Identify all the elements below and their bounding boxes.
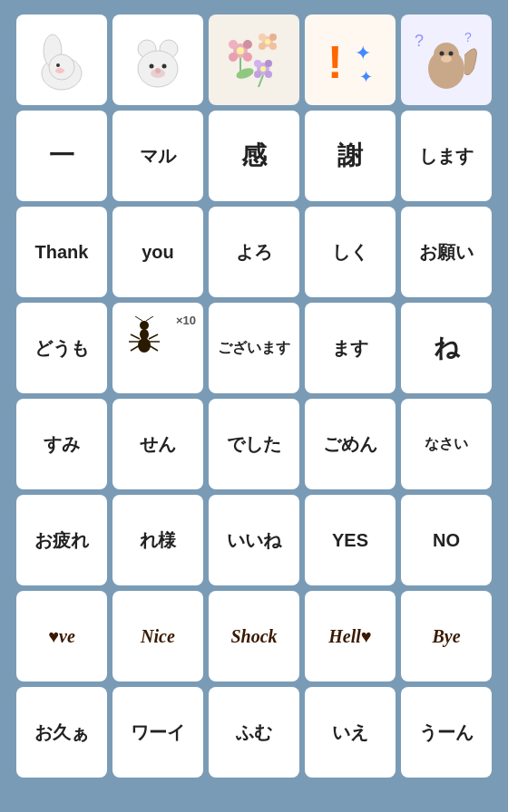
cell-onegai[interactable]: お願い — [401, 207, 492, 297]
svg-point-25 — [254, 60, 261, 67]
cell-deshita[interactable]: でした — [209, 399, 299, 489]
svg-point-45 — [140, 321, 149, 330]
svg-line-52 — [135, 316, 142, 321]
svg-point-2 — [49, 54, 74, 80]
cell-iine[interactable]: いいね — [209, 495, 299, 585]
svg-point-22 — [269, 43, 277, 50]
text-label: お久ぁ — [34, 722, 89, 742]
cell-you[interactable]: you — [112, 207, 203, 297]
svg-text:✦: ✦ — [359, 68, 373, 86]
cell-ne[interactable]: ね — [401, 303, 492, 393]
cell-yes[interactable]: YES — [305, 495, 396, 585]
svg-point-11 — [155, 68, 161, 73]
svg-point-20 — [269, 34, 277, 41]
cell-ant[interactable]: ×10 — [112, 303, 203, 393]
svg-point-39 — [449, 52, 454, 56]
text-label: せん — [140, 434, 176, 454]
text-label: NO — [433, 530, 460, 550]
cell-yo[interactable]: よろ — [209, 207, 299, 297]
cell-wai[interactable]: ワーイ — [112, 687, 203, 778]
text-label: 感 — [241, 142, 267, 170]
text-label: Nice — [141, 626, 175, 646]
text-label: よろ — [236, 242, 272, 262]
text-label: 謝 — [337, 142, 363, 170]
text-label: 一 — [49, 142, 74, 170]
cell-masu[interactable]: ます — [305, 303, 396, 393]
svg-point-38 — [440, 52, 444, 56]
text-label: Thank — [35, 242, 89, 262]
cell-ie[interactable]: いえ — [305, 687, 396, 778]
cell-nice[interactable]: Nice — [112, 591, 203, 682]
cell-gozai[interactable]: ございます — [209, 303, 299, 393]
svg-point-9 — [162, 64, 167, 69]
text-label: れ様 — [140, 530, 176, 550]
cell-nasai[interactable]: なさい — [401, 399, 492, 489]
text-label: Hell♥ — [328, 626, 371, 646]
text-label: でした — [227, 434, 281, 454]
emoji-grid: ! ✦ ✦ ? ? 一 マル 感 謝 します — [11, 9, 497, 783]
cell-question[interactable]: ? ? — [401, 14, 492, 105]
cell-shimasu[interactable]: します — [401, 111, 492, 201]
cell-fumu[interactable]: ふむ — [209, 687, 299, 778]
cell-thank[interactable]: Thank — [16, 207, 107, 297]
svg-text:?: ? — [415, 32, 424, 50]
svg-point-15 — [229, 53, 238, 62]
svg-point-26 — [265, 60, 272, 67]
cell-doumo[interactable]: どうも — [16, 303, 107, 393]
text-label: ワーイ — [131, 722, 185, 742]
cell-bye[interactable]: Bye — [401, 591, 492, 682]
text-label: すみ — [44, 434, 80, 454]
text-label: Shock — [230, 626, 277, 646]
text-label: マル — [140, 146, 176, 166]
svg-point-21 — [259, 43, 266, 50]
text-label: いいね — [227, 530, 281, 550]
text-label: します — [419, 146, 474, 166]
svg-point-44 — [138, 338, 151, 353]
svg-line-48 — [131, 345, 140, 351]
cell-gomen[interactable]: ごめん — [305, 399, 396, 489]
cell-ohisa[interactable]: お久ぁ — [16, 687, 107, 778]
cell-exclamation[interactable]: ! ✦ ✦ — [305, 14, 396, 105]
text-label: ごめん — [323, 434, 377, 454]
cell-rabbit[interactable] — [16, 14, 107, 105]
svg-point-16 — [243, 53, 252, 62]
svg-line-53 — [146, 316, 153, 321]
svg-point-17 — [237, 47, 244, 54]
cell-bear[interactable] — [112, 14, 203, 105]
text-label: うーん — [419, 722, 474, 742]
text-label: いえ — [332, 722, 368, 742]
cell-love[interactable]: ♥ve — [16, 591, 107, 682]
cell-hello[interactable]: Hell♥ — [305, 591, 396, 682]
svg-point-8 — [150, 64, 154, 69]
cell-suma[interactable]: すみ — [16, 399, 107, 489]
text-label: ます — [332, 338, 368, 358]
text-label: you — [142, 242, 174, 262]
svg-line-46 — [131, 334, 140, 339]
cell-flowers[interactable] — [209, 14, 299, 105]
svg-point-13 — [229, 40, 238, 49]
cell-otsuka[interactable]: お疲れ — [16, 495, 107, 585]
svg-point-23 — [265, 39, 270, 44]
cell-maru[interactable]: マル — [112, 111, 203, 201]
cell-no[interactable]: NO — [401, 495, 492, 585]
text-label: ございます — [218, 340, 290, 356]
cell-resama[interactable]: れ様 — [112, 495, 203, 585]
cell-sha[interactable]: 謝 — [305, 111, 396, 201]
svg-text:!: ! — [327, 37, 343, 88]
svg-point-3 — [56, 63, 60, 67]
text-label: ふむ — [236, 722, 272, 742]
svg-point-32 — [235, 66, 255, 81]
cell-uun[interactable]: うーん — [401, 687, 492, 778]
svg-point-19 — [259, 34, 266, 41]
text-label: Bye — [432, 626, 460, 646]
cell-shock[interactable]: Shock — [209, 591, 299, 682]
svg-point-28 — [265, 71, 272, 78]
cell-kan[interactable]: 感 — [209, 111, 299, 201]
cell-dash[interactable]: 一 — [16, 111, 107, 201]
cell-shiku[interactable]: しく — [305, 207, 396, 297]
cell-sen[interactable]: せん — [112, 399, 203, 489]
text-label: なさい — [425, 436, 468, 452]
svg-point-4 — [55, 68, 64, 73]
text-label: お願い — [419, 242, 474, 262]
svg-point-29 — [260, 66, 266, 72]
